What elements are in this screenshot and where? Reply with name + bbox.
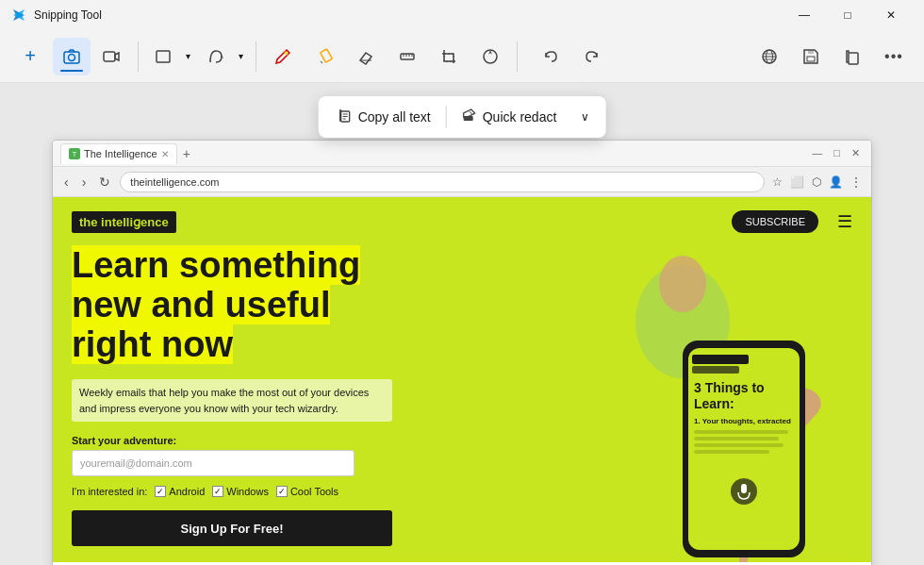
app-title: Snipping Tool [34, 8, 102, 22]
browser-tab-group: T The Intelligence ✕ + [60, 143, 194, 164]
undo-icon [543, 48, 560, 65]
float-divider [446, 106, 447, 128]
back-button[interactable]: ‹ [60, 173, 73, 191]
screenshot-button[interactable] [53, 38, 91, 75]
address-bar[interactable]: theintelligence.com [120, 172, 765, 192]
highlighter-icon [315, 47, 334, 66]
browser-minimize[interactable]: — [808, 147, 826, 159]
copy-text-icon [338, 108, 353, 126]
highlighter-button[interactable] [305, 38, 343, 75]
hamburger-menu[interactable]: ☰ [837, 211, 852, 232]
email-input[interactable]: youremail@domain.com [72, 450, 355, 476]
video-icon [102, 47, 121, 66]
svg-rect-2 [104, 52, 115, 61]
pen-button[interactable] [264, 38, 302, 75]
tab-close-button[interactable]: ✕ [161, 149, 169, 159]
floating-toolbar: Copy all text Quick redact ∨ [319, 96, 606, 138]
copy-all-text-label: Copy all text [358, 109, 431, 125]
windows-checkbox-item: ✓ Windows [212, 486, 269, 497]
svg-rect-19 [807, 57, 815, 61]
forward-button[interactable]: › [78, 173, 91, 191]
svg-text:1. Your thoughts, extracted: 1. Your thoughts, extracted [694, 417, 791, 425]
ruler-button[interactable] [388, 38, 426, 75]
tab-title: The Intelligence [84, 148, 157, 159]
minimize-button[interactable]: — [783, 0, 826, 30]
redo-icon [583, 48, 600, 65]
svg-rect-4 [321, 48, 333, 61]
hero-image: 3 Things to Learn: 1. Your thoughts, ext… [588, 246, 833, 565]
undo-button[interactable] [533, 38, 570, 75]
camera-icon [62, 47, 81, 66]
android-checkbox[interactable]: ✓ [155, 486, 166, 497]
svg-rect-40 [741, 484, 747, 493]
freeform-split-button[interactable]: ▾ [199, 38, 248, 75]
site-right-column: 3 Things to Learn: 1. Your thoughts, ext… [569, 246, 852, 565]
windows-checkbox[interactable]: ✓ [212, 486, 223, 497]
pen-icon [273, 47, 292, 66]
headline-line1: Learn something [72, 245, 360, 285]
website-content: the intelliɡence SUBSCRIBE ☰ Learn somet… [53, 197, 871, 565]
separator-2 [256, 42, 256, 72]
eraser-button[interactable] [347, 38, 385, 75]
ocr-button[interactable] [751, 38, 788, 75]
subscribe-button[interactable]: SUBSCRIBE [732, 210, 818, 233]
main-headline: Learn something new and useful right now [72, 246, 551, 364]
undo-redo-group [533, 38, 610, 75]
more-options-button[interactable]: ••• [875, 38, 913, 75]
copy-image-button[interactable] [833, 38, 871, 75]
title-bar: Snipping Tool — □ ✕ [0, 0, 924, 30]
quick-redact-dropdown[interactable]: ∨ [571, 102, 598, 132]
svg-rect-11 [444, 54, 454, 61]
video-button[interactable] [92, 38, 130, 75]
svg-rect-35 [694, 430, 788, 434]
svg-rect-20 [849, 53, 858, 64]
frames-button[interactable] [471, 38, 509, 75]
crop-icon [439, 47, 458, 66]
site-left-column: Learn something new and useful right now… [72, 246, 551, 565]
svg-rect-30 [692, 355, 749, 364]
eraser-icon [356, 47, 375, 66]
cooltools-checkbox[interactable]: ✓ [276, 486, 288, 497]
mode-split-button[interactable]: ▾ [146, 38, 195, 75]
browser-action-buttons: ☆ ⬜ ⬡ 👤 ⋮ [770, 174, 864, 191]
signup-button[interactable]: Sign Up For Free! [72, 510, 392, 546]
freeform-dropdown-icon: ▾ [233, 38, 248, 75]
maximize-button[interactable]: □ [826, 0, 869, 30]
interests-row: I'm interested in: ✓ Android ✓ Windows ✓… [72, 486, 551, 497]
separator-3 [517, 42, 518, 72]
new-tab-button[interactable]: + [179, 146, 194, 161]
menu-button[interactable]: ⋮ [849, 174, 864, 191]
extensions-button[interactable]: ⬡ [810, 174, 823, 191]
bookmark-button[interactable]: ☆ [770, 174, 784, 191]
new-button[interactable]: + [11, 38, 49, 75]
hero-svg: 3 Things to Learn: 1. Your thoughts, ext… [588, 246, 833, 565]
copy-all-text-button[interactable]: Copy all text [326, 102, 442, 132]
favicon: T [69, 148, 80, 159]
website-body: Learn something new and useful right now… [53, 246, 871, 565]
site-header: the intelliɡence SUBSCRIBE ☰ [53, 197, 871, 246]
logo-text: the intelliɡence [79, 215, 169, 229]
email-label: Start your adventure: [72, 435, 551, 446]
profile-button[interactable]: 👤 [827, 174, 845, 191]
active-indicator [60, 70, 83, 72]
copy-icon [843, 47, 862, 66]
browser-maximize[interactable]: □ [830, 147, 844, 159]
refresh-button[interactable]: ↻ [95, 173, 114, 191]
title-bar-left: Snipping Tool [11, 8, 102, 23]
quick-redact-label: Quick redact [483, 109, 557, 125]
window-controls: — □ ✕ [783, 0, 913, 30]
frames-icon [481, 47, 500, 66]
redo-button[interactable] [572, 38, 610, 75]
save-button[interactable] [792, 38, 830, 75]
close-button[interactable]: ✕ [869, 0, 913, 30]
redact-icon [462, 108, 477, 126]
screenshot-action[interactable]: ⬜ [788, 174, 806, 191]
save-icon [801, 47, 820, 66]
quick-redact-button[interactable]: Quick redact [451, 102, 569, 132]
browser-tab[interactable]: T The Intelligence ✕ [60, 143, 177, 164]
crop-button[interactable] [430, 38, 468, 75]
toolbar-right-group: ••• [751, 38, 913, 75]
svg-rect-36 [694, 437, 779, 440]
site-logo: the intelliɡence [72, 211, 176, 233]
browser-close[interactable]: ✕ [848, 147, 864, 159]
